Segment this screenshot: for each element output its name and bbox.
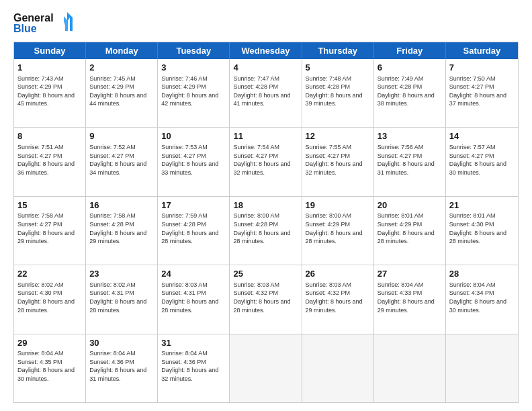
cal-cell: 27Sunrise: 8:04 AMSunset: 4:33 PMDayligh… [374, 265, 446, 333]
cell-info: Sunrise: 8:04 AMSunset: 4:36 PMDaylight:… [161, 349, 226, 383]
day-number: 5 [306, 62, 370, 74]
cal-cell: 6Sunrise: 7:49 AMSunset: 4:28 PMDaylight… [374, 59, 446, 127]
calendar-body: 1Sunrise: 7:43 AMSunset: 4:29 PMDaylight… [14, 59, 518, 402]
day-number: 17 [161, 199, 226, 212]
cell-info: Sunrise: 7:58 AMSunset: 4:27 PMDaylight:… [17, 212, 82, 245]
calendar-week: 8Sunrise: 7:51 AMSunset: 4:27 PMDaylight… [14, 127, 518, 195]
cell-info: Sunrise: 8:03 AMSunset: 4:32 PMDaylight:… [233, 281, 298, 314]
cal-cell: 3Sunrise: 7:46 AMSunset: 4:29 PMDaylight… [158, 59, 230, 127]
day-number: 25 [233, 268, 298, 280]
calendar-header-cell: Monday [86, 42, 158, 59]
cal-cell: 13Sunrise: 7:56 AMSunset: 4:27 PMDayligh… [374, 128, 446, 195]
cal-cell: 4Sunrise: 7:47 AMSunset: 4:28 PMDaylight… [230, 59, 302, 127]
cal-cell: 15Sunrise: 7:58 AMSunset: 4:27 PMDayligh… [14, 197, 86, 265]
day-number: 3 [161, 62, 226, 74]
calendar-header-row: SundayMondayTuesdayWednesdayThursdayFrid… [14, 42, 518, 59]
cal-cell: 12Sunrise: 7:55 AMSunset: 4:27 PMDayligh… [302, 128, 374, 195]
cal-cell: 1Sunrise: 7:43 AMSunset: 4:29 PMDaylight… [14, 59, 86, 127]
day-number: 24 [161, 268, 226, 280]
day-number: 22 [17, 268, 82, 280]
cell-info: Sunrise: 8:04 AMSunset: 4:36 PMDaylight:… [89, 349, 154, 383]
cal-cell: 20Sunrise: 8:01 AMSunset: 4:29 PMDayligh… [374, 197, 446, 265]
day-number: 2 [89, 62, 154, 74]
logo-svg: General Blue [13, 11, 74, 35]
calendar-week: 1Sunrise: 7:43 AMSunset: 4:29 PMDaylight… [14, 59, 518, 127]
cell-info: Sunrise: 7:45 AMSunset: 4:29 PMDaylight:… [89, 75, 154, 108]
cal-cell: 2Sunrise: 7:45 AMSunset: 4:29 PMDaylight… [86, 59, 158, 127]
cell-info: Sunrise: 8:04 AMSunset: 4:33 PMDaylight:… [378, 281, 442, 314]
cell-info: Sunrise: 7:46 AMSunset: 4:29 PMDaylight:… [161, 75, 226, 108]
day-number: 20 [378, 199, 442, 212]
day-number: 7 [449, 62, 515, 74]
cal-cell: 22Sunrise: 8:02 AMSunset: 4:30 PMDayligh… [14, 265, 86, 333]
calendar-header-cell: Wednesday [230, 42, 302, 59]
cell-info: Sunrise: 7:58 AMSunset: 4:28 PMDaylight:… [89, 212, 154, 245]
cell-info: Sunrise: 7:52 AMSunset: 4:27 PMDaylight:… [89, 143, 154, 177]
cell-info: Sunrise: 8:01 AMSunset: 4:30 PMDaylight:… [449, 212, 515, 245]
day-number: 31 [161, 337, 226, 349]
cell-info: Sunrise: 7:50 AMSunset: 4:27 PMDaylight:… [449, 75, 515, 108]
day-number: 16 [89, 199, 154, 212]
cell-info: Sunrise: 7:59 AMSunset: 4:28 PMDaylight:… [161, 212, 226, 245]
cal-cell: 21Sunrise: 8:01 AMSunset: 4:30 PMDayligh… [446, 197, 518, 265]
cal-cell: 26Sunrise: 8:03 AMSunset: 4:32 PMDayligh… [302, 265, 374, 333]
cal-cell: 16Sunrise: 7:58 AMSunset: 4:28 PMDayligh… [86, 197, 158, 265]
calendar-header-cell: Tuesday [158, 42, 230, 59]
cal-cell [302, 334, 374, 402]
calendar-week: 15Sunrise: 7:58 AMSunset: 4:27 PMDayligh… [14, 196, 518, 265]
day-number: 9 [89, 130, 154, 142]
cell-info: Sunrise: 7:49 AMSunset: 4:28 PMDaylight:… [378, 75, 442, 108]
cal-cell [230, 334, 302, 402]
cal-cell: 24Sunrise: 8:03 AMSunset: 4:31 PMDayligh… [158, 265, 230, 333]
cal-cell: 14Sunrise: 7:57 AMSunset: 4:27 PMDayligh… [446, 128, 518, 195]
cal-cell: 25Sunrise: 8:03 AMSunset: 4:32 PMDayligh… [230, 265, 302, 333]
cell-info: Sunrise: 8:02 AMSunset: 4:30 PMDaylight:… [17, 281, 82, 314]
day-number: 13 [378, 130, 442, 142]
cell-info: Sunrise: 7:43 AMSunset: 4:29 PMDaylight:… [17, 75, 82, 108]
header: General Blue [13, 11, 519, 35]
cell-info: Sunrise: 8:04 AMSunset: 4:35 PMDaylight:… [17, 349, 82, 383]
cal-cell: 23Sunrise: 8:02 AMSunset: 4:31 PMDayligh… [86, 265, 158, 333]
cell-info: Sunrise: 8:03 AMSunset: 4:32 PMDaylight:… [306, 281, 370, 314]
cell-info: Sunrise: 8:00 AMSunset: 4:28 PMDaylight:… [233, 212, 298, 245]
cal-cell: 5Sunrise: 7:48 AMSunset: 4:28 PMDaylight… [302, 59, 374, 127]
cell-info: Sunrise: 8:02 AMSunset: 4:31 PMDaylight:… [89, 281, 154, 314]
calendar-header-cell: Friday [374, 42, 446, 59]
cal-cell [446, 334, 518, 402]
calendar: SundayMondayTuesdayWednesdayThursdayFrid… [13, 42, 519, 403]
day-number: 19 [306, 199, 370, 212]
cell-info: Sunrise: 8:01 AMSunset: 4:29 PMDaylight:… [378, 212, 442, 245]
cal-cell: 29Sunrise: 8:04 AMSunset: 4:35 PMDayligh… [14, 334, 86, 402]
cal-cell: 8Sunrise: 7:51 AMSunset: 4:27 PMDaylight… [14, 128, 86, 195]
cal-cell: 19Sunrise: 8:00 AMSunset: 4:29 PMDayligh… [302, 197, 374, 265]
page: General Blue SundayMondayTuesdayWednesda… [0, 0, 532, 411]
logo: General Blue [13, 11, 74, 35]
day-number: 12 [306, 130, 370, 142]
day-number: 26 [306, 268, 370, 280]
day-number: 1 [17, 62, 82, 74]
day-number: 18 [233, 199, 298, 212]
day-number: 10 [161, 130, 226, 142]
day-number: 21 [449, 199, 515, 212]
cell-info: Sunrise: 7:57 AMSunset: 4:27 PMDaylight:… [449, 143, 515, 177]
cell-info: Sunrise: 7:54 AMSunset: 4:27 PMDaylight:… [233, 143, 298, 177]
cell-info: Sunrise: 7:47 AMSunset: 4:28 PMDaylight:… [233, 75, 298, 108]
cal-cell [374, 334, 446, 402]
day-number: 28 [449, 268, 515, 280]
cell-info: Sunrise: 7:48 AMSunset: 4:28 PMDaylight:… [306, 75, 370, 108]
svg-text:Blue: Blue [13, 23, 37, 34]
cell-info: Sunrise: 8:04 AMSunset: 4:34 PMDaylight:… [449, 281, 515, 314]
cell-info: Sunrise: 7:56 AMSunset: 4:27 PMDaylight:… [378, 143, 442, 177]
calendar-header-cell: Saturday [446, 42, 518, 59]
cal-cell: 11Sunrise: 7:54 AMSunset: 4:27 PMDayligh… [230, 128, 302, 195]
calendar-header-cell: Sunday [14, 42, 86, 59]
svg-text:General: General [13, 12, 54, 24]
cal-cell: 28Sunrise: 8:04 AMSunset: 4:34 PMDayligh… [446, 265, 518, 333]
day-number: 23 [89, 268, 154, 280]
calendar-week: 22Sunrise: 8:02 AMSunset: 4:30 PMDayligh… [14, 265, 518, 333]
cell-info: Sunrise: 7:51 AMSunset: 4:27 PMDaylight:… [17, 143, 82, 177]
cell-info: Sunrise: 7:55 AMSunset: 4:27 PMDaylight:… [306, 143, 370, 177]
day-number: 14 [449, 130, 515, 142]
cell-info: Sunrise: 8:03 AMSunset: 4:31 PMDaylight:… [161, 281, 226, 314]
day-number: 4 [233, 62, 298, 74]
